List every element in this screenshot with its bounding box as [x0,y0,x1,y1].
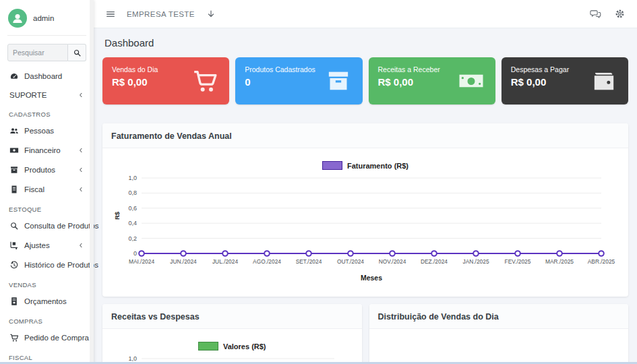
gear-icon[interactable] [614,8,626,20]
wallet-icon [590,67,617,94]
sidebar-item-suporte[interactable]: SUPORTE [7,86,86,104]
chevron-left-icon [78,186,84,193]
sidebar-section-header: COMPRAS [7,311,86,328]
search-input[interactable] [7,44,68,61]
sidebar-item-pessoas[interactable]: Pessoas [7,121,86,140]
money-bill-icon [458,67,485,94]
svg-text:JUL./2024: JUL./2024 [212,258,239,265]
legend-swatch [322,161,342,170]
sidebar-section-header: ESTOQUE [7,199,86,216]
chart-title: Receitas vs Despesas [111,312,200,322]
chart-legend[interactable]: Faturamento (R$) [111,152,620,171]
users-icon [9,126,19,135]
arrow-down-icon[interactable] [206,9,216,20]
sidebar-item-label: Consulta de Produtos [24,222,99,230]
svg-text:NOV./2024: NOV./2024 [379,258,406,265]
svg-text:0,2: 0,2 [128,235,137,242]
panel-header: Distribuição de Vendas do Dia [369,304,629,329]
sidebar-item-label: Pedido de Compra [24,334,89,342]
stat-card-vendas-do-dia[interactable]: Vendas do DiaR$ 0,00 [102,57,229,104]
svg-text:Meses: Meses [361,274,382,282]
sidebar-item-produtos[interactable]: Produtos [7,160,86,179]
svg-text:1,0: 1,0 [128,175,137,181]
svg-text:MAR./2025: MAR./2025 [545,258,574,265]
topbar: EMPRESA TESTE [94,0,637,28]
sidebar-item-hist-rico-de-produtos[interactable]: Histórico de Produtos [7,255,86,274]
user-panel: admin [7,7,86,36]
brand-link[interactable]: EMPRESA TESTE [127,10,195,18]
chevron-left-icon [78,242,84,249]
sidebar: admin DashboardSUPORTECADASTROSPessoasFi… [0,0,94,364]
file-invoice-icon [9,297,19,306]
sidebar-item-ajustes[interactable]: Ajustes [7,235,86,255]
svg-text:JUN./2024: JUN./2024 [170,258,197,265]
history-icon [9,260,19,270]
legend-swatch [198,342,218,351]
legend-label: Valores (R$) [223,342,266,351]
hamburger-icon[interactable] [105,9,116,20]
tachometer-icon [9,71,19,81]
sidebar-item-consulta-de-produtos[interactable]: Consulta de Produtos [7,216,86,235]
svg-text:JAN./2025: JAN./2025 [462,258,489,265]
sidebar-item-label: SUPORTE [9,91,47,99]
stat-card-despesas-a-pagar[interactable]: Despesas a PagarR$ 0,00 [502,57,628,104]
file-lines-icon [9,185,19,194]
svg-text:1,0: 1,0 [128,355,137,362]
svg-text:0,6: 0,6 [128,205,137,212]
page-header: Dashboard [102,28,628,49]
panel-distribuicao: Distribuição de Vendas do Dia [369,304,629,364]
box-icon [9,165,19,175]
search-button[interactable] [68,44,86,61]
search-icon [9,221,19,231]
svg-text:0,8: 0,8 [128,189,137,196]
cart-icon [191,67,218,94]
chevron-left-icon [78,147,84,154]
dolly-icon [9,241,19,250]
sidebar-item-fiscal[interactable]: Fiscal [7,179,86,199]
money-check-icon [9,146,19,155]
stat-cards: Vendas do DiaR$ 0,00Produtos Cadastrados… [102,57,628,104]
chat-icon[interactable] [590,8,601,20]
user-avatar-icon [8,9,27,28]
sidebar-item-label: Orçamentos [24,297,67,305]
svg-text:ABR./2025: ABR./2025 [588,258,615,265]
sidebar-scrollbar[interactable] [90,0,94,364]
sidebar-item-label: Financeiro [24,146,61,154]
svg-text:FEV./2025: FEV./2025 [505,258,531,265]
svg-text:0: 0 [133,250,137,257]
sidebar-item-or-amentos[interactable]: Orçamentos [7,291,86,311]
sidebar-item-pedido-de-compra[interactable]: Pedido de Compra [7,328,86,347]
user-name[interactable]: admin [33,14,54,22]
svg-text:0,4: 0,4 [128,220,137,226]
bottom-panels: Receitas vs Despesas Valores (R$) 00,20,… [102,297,628,364]
sidebar-item-dashboard[interactable]: Dashboard [7,66,86,86]
sidebar-item-financeiro[interactable]: Financeiro [7,140,86,160]
topbar-right [590,8,626,20]
cart-icon [9,333,19,342]
chevron-left-icon [78,92,84,98]
sidebar-search [7,44,86,61]
sidebar-item-label: Histórico de Produtos [24,261,98,269]
panel-receitas-despesas: Receitas vs Despesas Valores (R$) 00,20,… [102,304,362,364]
sidebar-item-label: Ajustes [24,241,50,249]
chart-legend[interactable]: Valores (R$) [111,333,354,352]
panel-body: Faturamento (R$) 00,20,40,60,81,0MAI./20… [102,148,628,297]
svg-text:OUT./2024: OUT./2024 [337,258,364,265]
svg-text:MAI./2024: MAI./2024 [129,258,155,265]
sidebar-section-header: CADASTROS [7,104,86,121]
panel-body [369,329,629,341]
stat-card-produtos-cadastrados[interactable]: Produtos Cadastrados0 [235,57,362,104]
page-title: Dashboard [104,37,626,49]
panel-header: Receitas vs Despesas [102,304,362,329]
box-icon [325,67,352,94]
svg-text:R$: R$ [113,211,121,220]
search-icon [73,49,82,57]
sidebar-nav: DashboardSUPORTECADASTROSPessoasFinancei… [7,66,86,364]
stat-card-receitas-a-receber[interactable]: Receitas a ReceberR$ 0,00 [369,57,495,104]
faturamento-line-chart: 00,20,40,60,81,0MAI./2024JUN./2024JUL./2… [111,171,617,286]
svg-text:AGO./2024: AGO./2024 [253,258,281,265]
svg-text:DEZ./2024: DEZ./2024 [421,258,448,265]
chart-title: Faturamento de Vendas Anual [111,131,232,141]
svg-text:SET./2024: SET./2024 [296,258,322,265]
panel-faturamento: Faturamento de Vendas Anual Faturamento … [102,123,628,297]
